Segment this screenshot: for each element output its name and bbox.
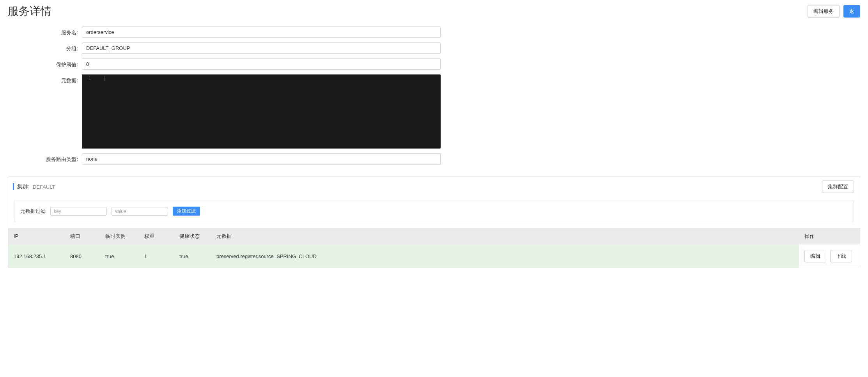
cell-ip: 192.168.235.1: [8, 244, 65, 268]
cluster-name: DEFAULT: [33, 184, 55, 190]
header-actions: 编辑服务 返: [808, 5, 860, 18]
filter-key-input[interactable]: [50, 207, 107, 216]
cell-metadata: preserved.register.source=SPRING_CLOUD: [211, 244, 799, 268]
edit-service-button[interactable]: 编辑服务: [808, 5, 840, 18]
col-header-weight: 权重: [139, 228, 174, 244]
cluster-title-wrap: 集群: DEFAULT: [13, 183, 55, 190]
cell-weight: 1: [139, 244, 174, 268]
add-filter-button[interactable]: 添加过滤: [173, 207, 200, 216]
service-name-label: 服务名:: [8, 27, 82, 36]
service-form: 服务名: 分组: 保护阈值: 元数据: 1 服务路由类型:: [0, 27, 868, 165]
col-header-ip: IP: [8, 228, 65, 244]
col-header-health: 健康状态: [174, 228, 211, 244]
metadata-filter-box: 元数据过滤 添加过滤: [14, 200, 854, 222]
col-header-metadata: 元数据: [211, 228, 799, 244]
group-input[interactable]: [82, 42, 441, 54]
cluster-title-label: 集群:: [17, 183, 30, 190]
page-title: 服务详情: [8, 4, 51, 19]
filter-label: 元数据过滤: [20, 208, 46, 215]
cell-port: 8080: [65, 244, 100, 268]
cell-ephemeral: true: [100, 244, 139, 268]
route-type-input[interactable]: [82, 153, 441, 165]
line-number: 1: [89, 76, 91, 81]
filter-value-input[interactable]: [112, 207, 168, 216]
cell-actions: 编辑 下线: [799, 244, 860, 268]
metadata-label: 元数据:: [8, 74, 82, 84]
protect-threshold-input[interactable]: [82, 58, 441, 70]
cluster-config-button[interactable]: 集群配置: [822, 181, 854, 193]
code-content[interactable]: [97, 74, 441, 149]
offline-instance-button[interactable]: 下线: [830, 250, 852, 262]
group-label: 分组:: [8, 42, 82, 52]
edit-instance-button[interactable]: 编辑: [804, 250, 826, 262]
table-row: 192.168.235.1 8080 true 1 true preserved…: [8, 244, 860, 268]
route-type-label: 服务路由类型:: [8, 153, 82, 163]
protect-threshold-label: 保护阈值:: [8, 58, 82, 68]
instances-table: IP 端口 临时实例 权重 健康状态 元数据 操作 192.168.235.1 …: [8, 228, 860, 268]
code-gutter: 1: [82, 74, 97, 149]
col-header-actions: 操作: [799, 228, 860, 244]
col-header-port: 端口: [65, 228, 100, 244]
cell-health: true: [174, 244, 211, 268]
back-button[interactable]: 返: [843, 5, 860, 18]
service-name-input[interactable]: [82, 27, 441, 38]
col-header-ephemeral: 临时实例: [100, 228, 139, 244]
cluster-section: 集群: DEFAULT 集群配置 元数据过滤 添加过滤 IP 端口 临时实例 权…: [8, 176, 860, 268]
metadata-editor[interactable]: 1: [82, 74, 441, 149]
